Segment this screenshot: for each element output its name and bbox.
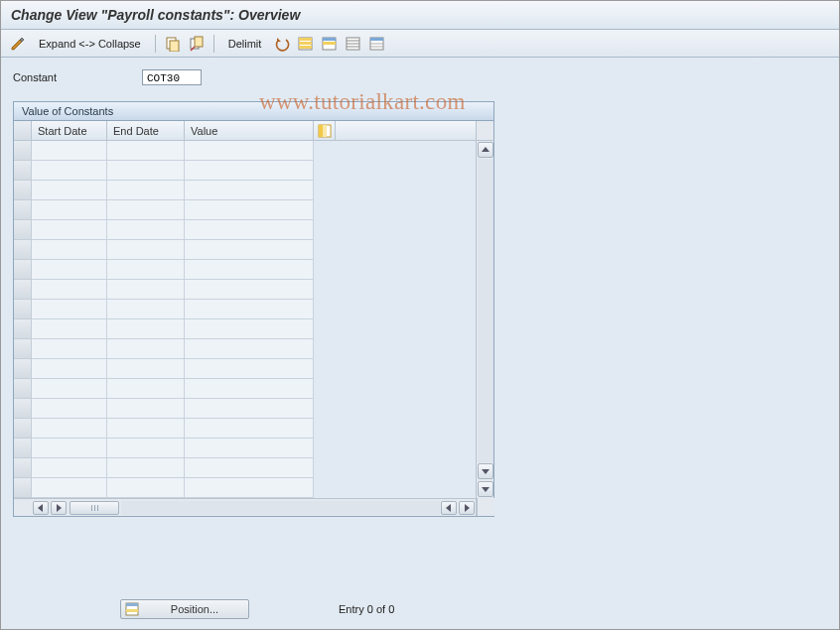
- row-selector[interactable]: [14, 300, 32, 319]
- table-row[interactable]: [14, 478, 476, 498]
- cell-end-date[interactable]: [107, 478, 185, 498]
- cell-start-date[interactable]: [32, 260, 107, 280]
- cell-value[interactable]: [185, 260, 314, 280]
- cell-end-date[interactable]: [107, 319, 185, 339]
- copy-as-icon[interactable]: [188, 35, 206, 53]
- row-selector[interactable]: [14, 260, 32, 280]
- cell-end-date[interactable]: [107, 339, 185, 359]
- row-selector[interactable]: [14, 220, 32, 240]
- row-selector[interactable]: [14, 478, 32, 498]
- cell-start-date[interactable]: [32, 181, 107, 200]
- cell-start-date[interactable]: [32, 200, 107, 220]
- cell-end-date[interactable]: [107, 240, 185, 260]
- cell-end-date[interactable]: [107, 399, 185, 419]
- scroll-left-button[interactable]: [33, 501, 49, 515]
- scroll-down-button[interactable]: [478, 463, 493, 479]
- deselect-all-icon[interactable]: [345, 35, 362, 53]
- cell-end-date[interactable]: [107, 458, 185, 478]
- row-selector[interactable]: [14, 458, 32, 478]
- cell-start-date[interactable]: [32, 161, 107, 181]
- cell-value[interactable]: [185, 439, 314, 458]
- constant-input[interactable]: COT30: [142, 69, 202, 85]
- cell-value[interactable]: [185, 379, 314, 399]
- cell-end-date[interactable]: [107, 359, 185, 379]
- configure-columns-icon[interactable]: [314, 121, 336, 140]
- change-display-icon[interactable]: [9, 35, 27, 53]
- row-selector[interactable]: [14, 439, 32, 458]
- cell-end-date[interactable]: [107, 181, 185, 200]
- cell-end-date[interactable]: [107, 141, 185, 161]
- cell-start-date[interactable]: [32, 439, 107, 458]
- cell-end-date[interactable]: [107, 220, 185, 240]
- table-row[interactable]: [14, 300, 476, 319]
- cell-start-date[interactable]: [32, 240, 107, 260]
- cell-end-date[interactable]: [107, 280, 185, 300]
- cell-value[interactable]: [185, 280, 314, 300]
- cell-start-date[interactable]: [32, 399, 107, 419]
- cell-value[interactable]: [185, 399, 314, 419]
- table-row[interactable]: [14, 161, 476, 181]
- cell-value[interactable]: [185, 240, 314, 260]
- table-row[interactable]: [14, 339, 476, 359]
- cell-value[interactable]: [185, 161, 314, 181]
- scroll-up-button[interactable]: [478, 142, 493, 158]
- row-selector[interactable]: [14, 339, 32, 359]
- row-selector[interactable]: [14, 379, 32, 399]
- table-row[interactable]: [14, 359, 476, 379]
- table-row[interactable]: [14, 240, 476, 260]
- cell-start-date[interactable]: [32, 478, 107, 498]
- cell-start-date[interactable]: [32, 280, 107, 300]
- undo-change-icon[interactable]: [273, 35, 291, 53]
- cell-value[interactable]: [185, 141, 314, 161]
- cell-end-date[interactable]: [107, 379, 185, 399]
- row-selector[interactable]: [14, 419, 32, 439]
- cell-value[interactable]: [185, 300, 314, 319]
- row-selector[interactable]: [14, 319, 32, 339]
- cell-value[interactable]: [185, 339, 314, 359]
- scroll-down-end-button[interactable]: [478, 481, 493, 497]
- cell-value[interactable]: [185, 419, 314, 439]
- hscroll-thumb[interactable]: [70, 501, 119, 515]
- cell-end-date[interactable]: [107, 200, 185, 220]
- table-row[interactable]: [14, 439, 476, 458]
- cell-value[interactable]: [185, 220, 314, 240]
- cell-start-date[interactable]: [32, 379, 107, 399]
- row-selector[interactable]: [14, 161, 32, 181]
- delimit-button[interactable]: Delimit: [222, 36, 268, 52]
- table-row[interactable]: [14, 200, 476, 220]
- row-selector[interactable]: [14, 181, 32, 200]
- cell-end-date[interactable]: [107, 300, 185, 319]
- cell-start-date[interactable]: [32, 220, 107, 240]
- row-selector[interactable]: [14, 399, 32, 419]
- table-row[interactable]: [14, 220, 476, 240]
- cell-start-date[interactable]: [32, 359, 107, 379]
- row-selector[interactable]: [14, 141, 32, 161]
- select-block-icon[interactable]: [321, 35, 339, 53]
- col-header-start-date[interactable]: Start Date: [32, 121, 107, 140]
- cell-end-date[interactable]: [107, 439, 185, 458]
- select-all-icon[interactable]: [297, 35, 315, 53]
- table-row[interactable]: [14, 141, 476, 161]
- cell-value[interactable]: [185, 181, 314, 200]
- cell-end-date[interactable]: [107, 161, 185, 181]
- cell-value[interactable]: [185, 458, 314, 478]
- cell-end-date[interactable]: [107, 419, 185, 439]
- table-row[interactable]: [14, 260, 476, 280]
- new-entries-icon[interactable]: [164, 35, 182, 53]
- row-selector[interactable]: [14, 200, 32, 220]
- hscroll-track[interactable]: [121, 501, 440, 515]
- cell-start-date[interactable]: [32, 141, 107, 161]
- cell-value[interactable]: [185, 319, 314, 339]
- cell-start-date[interactable]: [32, 339, 107, 359]
- position-button[interactable]: Position...: [120, 599, 249, 619]
- table-row[interactable]: [14, 458, 476, 478]
- table-row[interactable]: [14, 399, 476, 419]
- scroll-right-button[interactable]: [459, 501, 475, 515]
- cell-start-date[interactable]: [32, 319, 107, 339]
- table-settings-icon[interactable]: [368, 35, 386, 53]
- cell-start-date[interactable]: [32, 300, 107, 319]
- table-row[interactable]: [14, 419, 476, 439]
- expand-collapse-button[interactable]: Expand <-> Collapse: [33, 36, 147, 52]
- cell-end-date[interactable]: [107, 260, 185, 280]
- cell-value[interactable]: [185, 359, 314, 379]
